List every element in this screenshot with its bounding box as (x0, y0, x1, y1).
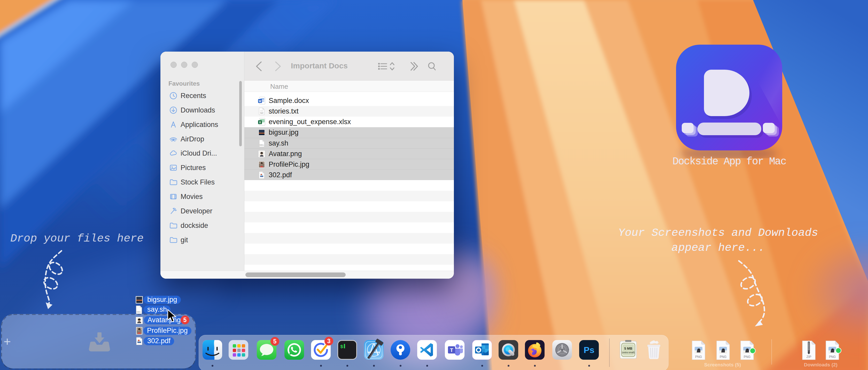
svg-text:PNG: PNG (829, 355, 836, 359)
svg-text:5 MB: 5 MB (624, 346, 632, 350)
svg-text:$: $ (340, 344, 343, 349)
svg-text:SHELL: SHELL (137, 311, 142, 313)
svg-text:ZIP: ZIP (807, 355, 811, 359)
svg-text:T: T (450, 347, 453, 353)
svg-text:PNG: PNG (744, 355, 750, 359)
svg-text:PNG: PNG (720, 355, 726, 359)
svg-text:X: X (259, 121, 261, 124)
svg-text:Ps: Ps (584, 345, 594, 355)
svg-text:TXT: TXT (260, 112, 264, 114)
svg-text:PNG: PNG (695, 355, 702, 359)
svg-text:SHELL: SHELL (259, 144, 264, 146)
svg-text:(extra small): (extra small) (622, 351, 635, 354)
svg-text:W: W (258, 100, 261, 103)
